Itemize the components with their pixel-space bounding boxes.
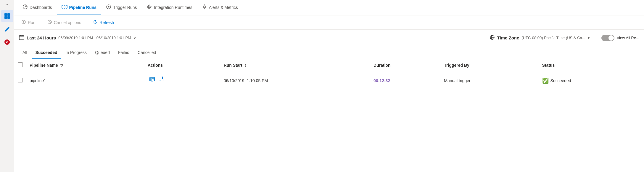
alerts-metrics-icon bbox=[202, 4, 207, 11]
tz-label: Time Zone bbox=[497, 35, 519, 40]
duration-value: 00:12:32 bbox=[373, 78, 390, 83]
view-all-label: View All Re... bbox=[617, 36, 639, 40]
svg-rect-3 bbox=[7, 16, 10, 19]
svg-marker-11 bbox=[108, 6, 110, 8]
svg-line-18 bbox=[49, 21, 51, 23]
svg-rect-30 bbox=[151, 82, 153, 82]
sidebar-item-dashboard[interactable] bbox=[1, 10, 13, 22]
svg-rect-32 bbox=[152, 83, 154, 83]
run-icon bbox=[21, 20, 26, 26]
tab-alerts-metrics-label: Alerts & Metrics bbox=[209, 5, 238, 10]
run-start-sort-icon[interactable]: ⇕ bbox=[244, 64, 247, 67]
svg-marker-16 bbox=[23, 21, 25, 23]
time-filter[interactable]: Last 24 Hours 06/09/2019 1:01 PM - 06/10… bbox=[19, 35, 136, 41]
pipeline-runs-icon bbox=[62, 4, 67, 11]
actions-container bbox=[148, 75, 217, 86]
status-tab-all[interactable]: All bbox=[19, 46, 31, 59]
globe-icon bbox=[490, 35, 495, 41]
cancel-options-label: Cancel options bbox=[54, 20, 81, 25]
sidebar: » ⚙ bbox=[0, 0, 14, 172]
select-all-checkbox[interactable] bbox=[18, 62, 22, 67]
dashboards-icon bbox=[22, 4, 28, 11]
row-checkbox-cell bbox=[14, 71, 26, 90]
cancel-options-button[interactable]: Cancel options bbox=[45, 18, 84, 27]
rerun-action-button[interactable] bbox=[160, 77, 167, 85]
tab-trigger-runs-label: Trigger Runs bbox=[113, 5, 137, 10]
tab-pipeline-runs-label: Pipeline Runs bbox=[69, 5, 97, 10]
view-all-toggle[interactable] bbox=[601, 35, 614, 41]
tab-bar: Dashboards Pipeline Runs Trigger Runs bbox=[14, 0, 644, 15]
toolbar: Run Cancel options Refresh bbox=[14, 15, 644, 30]
monitor-action-highlight bbox=[148, 75, 158, 86]
col-triggered-by: Triggered By bbox=[440, 59, 538, 71]
integration-runtimes-icon bbox=[146, 4, 152, 11]
cancel-icon bbox=[47, 20, 52, 26]
view-all-toggle-container: View All Re... bbox=[601, 35, 639, 41]
col-status: Status bbox=[539, 59, 644, 71]
time-filter-label: Last 24 Hours bbox=[27, 35, 56, 40]
sidebar-item-connections[interactable]: ⚙ bbox=[1, 36, 13, 48]
svg-rect-2 bbox=[4, 16, 7, 19]
svg-rect-1 bbox=[7, 13, 10, 16]
row-triggered-by-cell: Manual trigger bbox=[440, 71, 538, 90]
col-actions: Actions bbox=[144, 59, 220, 71]
run-label: Run bbox=[28, 20, 36, 25]
status-check-icon: ✅ bbox=[542, 77, 549, 84]
time-filter-chevron: ∨ bbox=[133, 36, 136, 40]
svg-rect-31 bbox=[153, 82, 153, 83]
sidebar-item-edit[interactable] bbox=[1, 23, 13, 35]
status-tab-cancelled[interactable]: Cancelled bbox=[134, 46, 160, 59]
pipeline-name-filter-icon[interactable]: ▽ bbox=[60, 63, 63, 68]
status-value-container: ✅ Succeeded bbox=[542, 77, 640, 84]
status-text: Succeeded bbox=[550, 78, 571, 83]
timezone-filter[interactable]: Time Zone (UTC-08:00) Pacific Time (US &… bbox=[490, 35, 590, 41]
refresh-icon bbox=[93, 20, 98, 26]
refresh-label: Refresh bbox=[99, 20, 114, 25]
run-start-value: 06/10/2019, 1:10:05 PM bbox=[224, 78, 268, 83]
triggered-by-value: Manual trigger bbox=[444, 78, 471, 83]
svg-marker-19 bbox=[95, 20, 96, 22]
trigger-runs-icon bbox=[106, 4, 111, 11]
time-filter-range: 06/09/2019 1:01 PM - 06/10/2019 1:01 PM bbox=[58, 36, 131, 40]
tz-value: (UTC-08:00) Pacific Time (US & Ca... bbox=[521, 36, 585, 40]
col-run-start: Run Start ⇕ bbox=[220, 59, 370, 71]
tab-alerts-metrics[interactable]: Alerts & Metrics bbox=[197, 0, 243, 15]
row-duration-cell: 00:12:32 bbox=[370, 71, 440, 90]
tab-trigger-runs[interactable]: Trigger Runs bbox=[101, 0, 141, 15]
row-actions-cell bbox=[144, 71, 220, 90]
status-tab-in-progress[interactable]: In Progress bbox=[62, 46, 91, 59]
row-status-cell: ✅ Succeeded bbox=[539, 71, 644, 90]
row-checkbox[interactable] bbox=[18, 78, 22, 82]
col-duration: Duration bbox=[370, 59, 440, 71]
status-tab-failed[interactable]: Failed bbox=[115, 46, 133, 59]
svg-rect-8 bbox=[64, 5, 65, 8]
sidebar-collapse-btn[interactable]: » bbox=[6, 2, 8, 7]
status-tab-succeeded[interactable]: Succeeded bbox=[32, 46, 61, 59]
monitor-action-button[interactable] bbox=[149, 76, 157, 85]
tab-dashboards[interactable]: Dashboards bbox=[18, 0, 57, 15]
svg-rect-9 bbox=[66, 5, 67, 8]
tab-pipeline-runs[interactable]: Pipeline Runs bbox=[57, 0, 102, 15]
tab-integration-runtimes-label: Integration Runtimes bbox=[154, 5, 192, 10]
col-pipeline-name: Pipeline Name ▽ bbox=[26, 59, 144, 71]
filter-bar: Last 24 Hours 06/09/2019 1:01 PM - 06/10… bbox=[14, 30, 644, 46]
row-run-start-cell: 06/10/2019, 1:10:05 PM bbox=[220, 71, 370, 90]
pipeline-runs-table: Pipeline Name ▽ Actions Run Start ⇕ Dura… bbox=[14, 59, 644, 172]
svg-rect-0 bbox=[4, 13, 7, 16]
toggle-knob bbox=[608, 35, 614, 41]
refresh-button[interactable]: Refresh bbox=[91, 18, 116, 27]
svg-rect-20 bbox=[19, 36, 24, 40]
tz-dropdown-arrow: ▾ bbox=[588, 36, 590, 40]
tab-integration-runtimes[interactable]: Integration Runtimes bbox=[141, 0, 197, 15]
svg-rect-7 bbox=[62, 5, 63, 8]
calendar-icon bbox=[19, 35, 24, 41]
tab-dashboards-label: Dashboards bbox=[30, 5, 52, 10]
row-pipeline-name-cell: pipeline1 bbox=[26, 71, 144, 90]
table-row: pipeline1 bbox=[14, 71, 644, 90]
col-checkbox bbox=[14, 59, 26, 71]
run-button[interactable]: Run bbox=[19, 18, 38, 27]
pipeline-name-value[interactable]: pipeline1 bbox=[30, 78, 46, 83]
status-tabs: All Succeeded In Progress Queued Failed … bbox=[14, 46, 644, 59]
main-content: Dashboards Pipeline Runs Trigger Runs bbox=[14, 0, 644, 172]
status-tab-queued[interactable]: Queued bbox=[91, 46, 113, 59]
